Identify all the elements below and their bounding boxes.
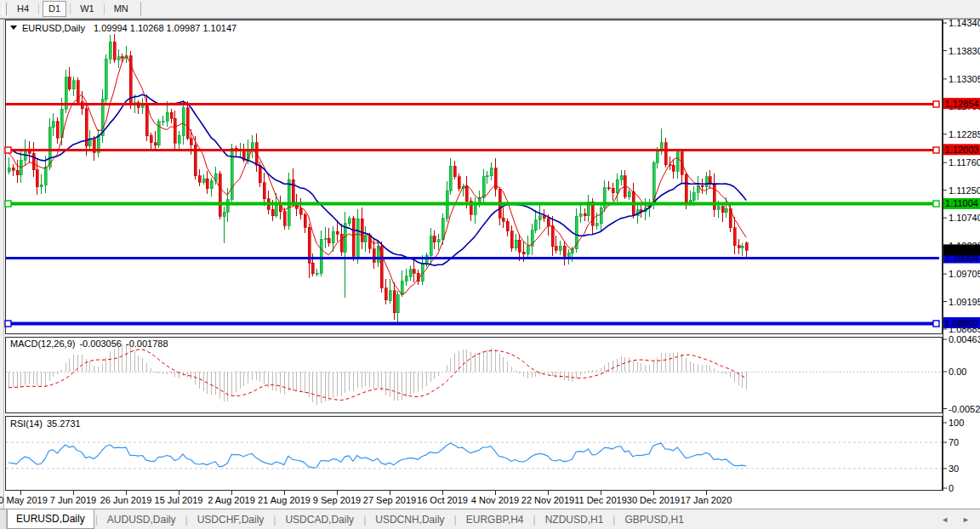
date-axis-label: 16 Oct 2019	[417, 495, 468, 505]
chart-tab-EURUSD-Daily[interactable]: EURUSD,Daily	[7, 509, 94, 529]
chart-tab-USDCNH-Daily[interactable]: USDCNH,Daily	[367, 511, 453, 529]
date-axis-label: 11 Dec 2019	[574, 495, 627, 505]
timeframe-buttons: H4D1W1MN	[10, 0, 135, 18]
current-price-label: 1.10147	[945, 245, 979, 255]
tab-scroll-left-icon[interactable]: ◄	[941, 515, 949, 524]
price-axis-tick: 1.11760	[949, 157, 980, 168]
chart-tab-USDCAD-Daily[interactable]: USDCAD,Daily	[276, 511, 362, 529]
chart-ohlc-values: 1.09994 1.10268 1.09987 1.10147	[94, 23, 236, 33]
line-handle[interactable]	[5, 201, 11, 207]
timeframe-button-D1[interactable]: D1	[43, 1, 66, 17]
date-axis-label: 30 Dec 2019	[627, 495, 680, 505]
date-axis-label: 7 Jun 2019	[50, 495, 96, 505]
chart-tab-EURGBP-H4[interactable]: EURGBP,H4	[458, 511, 533, 529]
line-handle[interactable]	[933, 321, 939, 327]
toolbar-drag-handle[interactable]	[3, 3, 7, 15]
chart-title: EURUSD,Daily1.09994 1.10268 1.09987 1.10…	[22, 23, 236, 33]
timeframe-button-W1[interactable]: W1	[74, 1, 100, 17]
price-axis-tick: 1.10740	[949, 213, 980, 223]
rsi-axis-tick: 0	[949, 483, 954, 493]
date-axis-label: 27 Sep 2019	[363, 495, 416, 505]
price-axis-tick: 1.11250	[949, 185, 980, 196]
chart-canvas[interactable]: 1.143401.138301.133051.127951.122851.117…	[0, 19, 980, 509]
tab-scroll-arrows: ◄ ►	[941, 509, 970, 529]
chart-symbol: EURUSD,Daily	[22, 23, 85, 33]
chart-tabs: EURUSD,Daily|AUDUSD,Daily|USDCHF,Daily|U…	[7, 509, 692, 529]
tab-bar-left-strip	[0, 509, 7, 529]
price-axis-tick: 1.13305	[949, 74, 980, 84]
chart-tab-GBPUSD-H1[interactable]: GBPUSD,H1	[616, 511, 692, 529]
hline-price-label: 1.12854	[945, 99, 979, 109]
rsi-axis-tick: 30	[949, 464, 959, 474]
macd-label: MACD(12,26,9)-0.003056-0.001788	[10, 338, 168, 349]
date-axis-label: 17 Jan 2020	[681, 495, 732, 505]
line-handle[interactable]	[933, 201, 939, 207]
chart-left-strip	[0, 20, 3, 509]
chart-background	[0, 19, 980, 509]
chart-tab-bar: EURUSD,Daily|AUDUSD,Daily|USDCHF,Daily|U…	[0, 509, 980, 529]
chart-tab-AUDUSD-Daily[interactable]: AUDUSD,Daily	[99, 511, 185, 529]
line-handle[interactable]	[933, 101, 939, 107]
date-axis-label: 26 Jun 2019	[100, 495, 152, 505]
date-axis-label: 20 May 2019	[0, 495, 48, 505]
date-axis-label: 4 Nov 2019	[471, 495, 519, 505]
price-axis-tick: 1.09195	[949, 297, 980, 307]
line-handle[interactable]	[933, 147, 939, 153]
hline-price-label: 1.11004	[945, 198, 978, 208]
toolbar-button-separator	[70, 3, 71, 14]
rsi-axis-tick: 70	[949, 437, 959, 447]
toolbar-separator	[140, 2, 141, 16]
macd-axis-tick: 0.00	[949, 367, 966, 377]
price-axis-tick: 1.12285	[949, 129, 980, 139]
tab-scroll-right-icon[interactable]: ►	[962, 515, 970, 524]
toolbar-button-separator	[38, 3, 39, 14]
macd-axis-tick: -0.005299	[949, 404, 980, 414]
chart-tab-NZDUSD-H1[interactable]: NZDUSD,H1	[537, 511, 612, 529]
date-axis-label: 15 Jul 2019	[155, 495, 203, 505]
price-axis-tick: 1.14340	[949, 19, 980, 28]
timeframe-toolbar: H4D1W1MN	[0, 0, 980, 19]
hline-price-label: 1.08802	[945, 318, 979, 328]
date-axis-label: 22 Nov 2019	[521, 495, 574, 505]
hline-price-label: 1.12003	[945, 145, 979, 155]
price-axis-tick: 1.09705	[949, 269, 980, 279]
rsi-axis-tick: 100	[949, 418, 964, 428]
line-handle[interactable]	[5, 321, 11, 327]
line-handle[interactable]	[5, 147, 11, 153]
price-axis-tick: 1.13830	[949, 46, 980, 56]
timeframe-button-MN[interactable]: MN	[108, 1, 134, 17]
toolbar-button-separator	[104, 3, 105, 14]
date-axis-label: 21 Aug 2019	[258, 495, 311, 505]
timeframe-button-H4[interactable]: H4	[11, 1, 35, 17]
date-axis-label: 2 Aug 2019	[208, 495, 255, 505]
macd-axis-tick: 0.00463	[949, 334, 980, 344]
date-axis-label: 9 Sep 2019	[313, 495, 361, 505]
chart-tab-USDCHF-Daily[interactable]: USDCHF,Daily	[189, 511, 273, 529]
